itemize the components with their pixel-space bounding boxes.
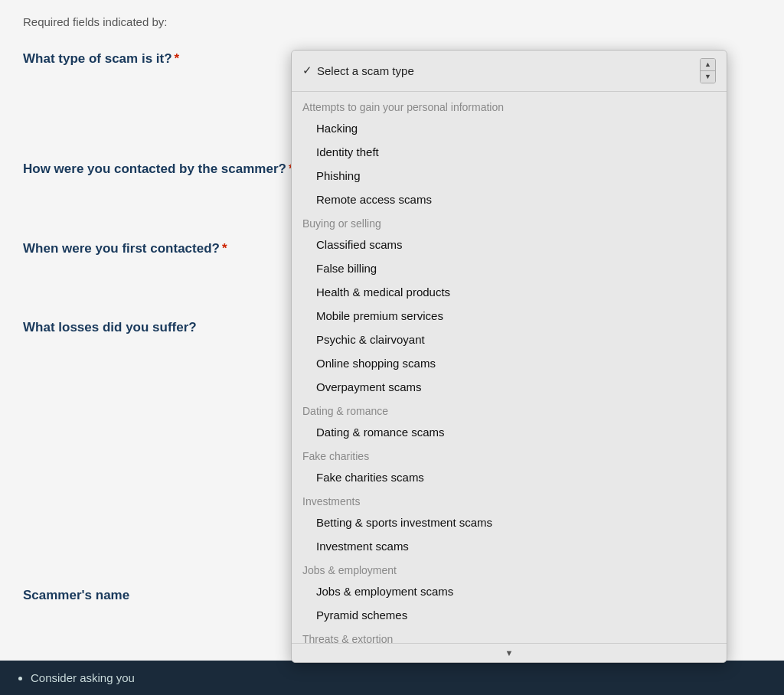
- option-mobile-premium[interactable]: Mobile premium services: [292, 304, 727, 328]
- dropdown-list[interactable]: Attempts to gain your personal informati…: [292, 92, 727, 643]
- option-pyramid-schemes[interactable]: Pyramid schemes: [292, 603, 727, 627]
- option-psychic-clairvoyant[interactable]: Psychic & clairvoyant: [292, 328, 727, 351]
- option-hacking[interactable]: Hacking: [292, 116, 727, 140]
- checkmark-icon: ✓: [302, 64, 312, 77]
- group-label-4: Investments: [292, 489, 727, 511]
- consider-text: Consider asking you: [31, 671, 135, 684]
- group-label-1: Buying or selling: [292, 211, 727, 233]
- scroll-down-arrow[interactable]: ▼: [701, 71, 715, 83]
- option-fake-charities[interactable]: Fake charities scams: [292, 465, 727, 489]
- scroll-down-indicator: ▼: [505, 648, 514, 657]
- option-health-medical[interactable]: Health & medical products: [292, 280, 727, 304]
- scroll-up-arrow[interactable]: ▲: [701, 59, 715, 71]
- consider-box: Consider asking you: [0, 661, 784, 695]
- group-label-0: Attempts to gain your personal informati…: [292, 95, 727, 116]
- option-jobs-employment[interactable]: Jobs & employment scams: [292, 579, 727, 603]
- dropdown-selected-label: Select a scam type: [317, 64, 414, 77]
- option-online-shopping[interactable]: Online shopping scams: [292, 351, 727, 375]
- scam-type-dropdown[interactable]: ✓ Select a scam type ▲ ▼ Attempts to gai…: [291, 50, 727, 663]
- option-identity-theft[interactable]: Identity theft: [292, 140, 727, 164]
- option-classified-scams[interactable]: Classified scams: [292, 233, 727, 256]
- group-label-3: Fake charities: [292, 444, 727, 465]
- option-phishing[interactable]: Phishing: [292, 164, 727, 188]
- scroll-arrows[interactable]: ▲ ▼: [700, 58, 716, 83]
- scammer-name-label: Scammer's name: [23, 588, 129, 603]
- option-false-billing[interactable]: False billing: [292, 256, 727, 280]
- dropdown-header: ✓ Select a scam type ▲ ▼: [292, 51, 727, 92]
- option-overpayment[interactable]: Overpayment scams: [292, 375, 727, 399]
- required-notice: Required fields indicated by:: [23, 15, 761, 28]
- group-label-2: Dating & romance: [292, 399, 727, 420]
- option-investment-scams[interactable]: Investment scams: [292, 534, 727, 558]
- option-betting-sports[interactable]: Betting & sports investment scams: [292, 511, 727, 534]
- option-remote-access[interactable]: Remote access scams: [292, 188, 727, 211]
- required-star: *: [175, 51, 180, 66]
- dropdown-footer: ▼: [292, 643, 727, 662]
- dropdown-header-left: ✓ Select a scam type: [302, 64, 414, 77]
- group-label-6: Threats & extortion: [292, 627, 727, 643]
- group-label-5: Jobs & employment: [292, 558, 727, 579]
- required-star-3: *: [222, 241, 227, 256]
- option-dating-romance[interactable]: Dating & romance scams: [292, 420, 727, 444]
